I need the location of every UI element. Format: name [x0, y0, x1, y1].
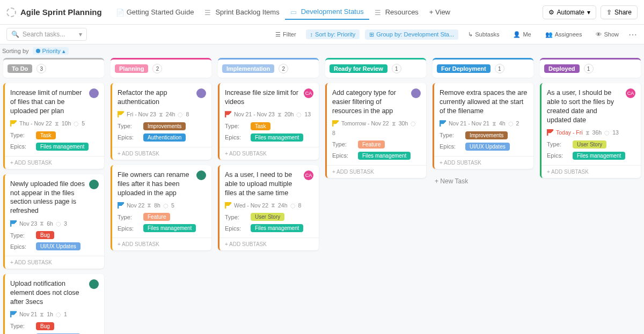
share-button[interactable]: ⇪ Share: [601, 5, 638, 19]
column-header[interactable]: Ready for Review1: [325, 58, 426, 78]
epic-tag[interactable]: Authentication: [143, 133, 186, 142]
column-header[interactable]: For Deployment1: [433, 58, 533, 78]
task-card[interactable]: Refactor the app authentication Fri - No…: [111, 83, 211, 160]
priority-flag-icon[interactable]: [440, 120, 446, 127]
type-tag[interactable]: Task: [251, 122, 270, 130]
chevron-down-icon: ▾: [79, 31, 82, 38]
priority-flag-icon[interactable]: [118, 111, 124, 117]
avatar[interactable]: CA: [304, 88, 313, 98]
avatar[interactable]: [89, 279, 99, 289]
epic-tag[interactable]: UI/UX Updates: [36, 242, 80, 250]
subtask-icon: ◌: [411, 120, 416, 127]
tab-development-status[interactable]: ▭ Development Status: [285, 4, 369, 20]
priority-flag-icon[interactable]: [547, 129, 553, 136]
type-tag[interactable]: Feature: [358, 140, 385, 149]
add-subtask-button[interactable]: + ADD SUBTASK: [434, 156, 533, 169]
add-subtask-button[interactable]: + ADD SUBTASK: [541, 165, 641, 178]
column-header[interactable]: Planning2: [111, 58, 211, 78]
type-tag[interactable]: Task: [36, 131, 56, 139]
type-tag[interactable]: User Story: [573, 140, 606, 149]
tab-resources[interactable]: ☰ Resources: [369, 5, 424, 19]
type-tag[interactable]: Improvements: [465, 131, 508, 139]
field-label: Type:: [118, 123, 138, 129]
priority-flag-icon[interactable]: [10, 311, 17, 317]
type-tag[interactable]: User Story: [251, 213, 284, 221]
person-icon: 👤: [513, 31, 521, 38]
task-meta: Nov 23 ⧗6h ◌3: [10, 220, 99, 227]
add-subtask-button[interactable]: + ADD SUBTASK: [5, 256, 104, 269]
tab-getting-started[interactable]: 📄 Getting Started Guide: [111, 5, 200, 19]
task-date: Nov 21 - Nov 23: [234, 111, 275, 117]
task-date: Today - Fri: [556, 129, 583, 136]
epic-tag[interactable]: Files management: [251, 224, 303, 232]
sort-chip[interactable]: Priority ▴: [33, 47, 69, 55]
type-tag[interactable]: Bug: [36, 231, 54, 239]
add-subtask-button[interactable]: + ADD SUBTASK: [112, 237, 211, 250]
type-tag[interactable]: Feature: [143, 213, 170, 221]
assignees-button[interactable]: 👥Assignees: [541, 29, 587, 40]
group-button[interactable]: ⊞Group by: Development Sta...: [365, 29, 458, 40]
status-badge: To Do: [8, 64, 32, 73]
task-date: Nov 21: [19, 311, 37, 317]
status-badge: Implementation: [222, 64, 274, 73]
task-card[interactable]: Upload notification element does not clo…: [3, 274, 104, 334]
avatar[interactable]: CA: [304, 170, 313, 180]
new-task-button[interactable]: + New Task: [433, 174, 533, 188]
task-subcount: 13: [304, 111, 311, 117]
me-button[interactable]: 👤Me: [509, 29, 535, 40]
task-card[interactable]: Add category type for easier filtering o…: [325, 83, 426, 178]
epic-tag[interactable]: Files management: [36, 143, 89, 151]
avatar[interactable]: CA: [626, 88, 635, 98]
epic-tag[interactable]: Files management: [358, 152, 411, 160]
add-subtask-button[interactable]: + ADD SUBTASK: [219, 147, 319, 160]
add-subtask-button[interactable]: + ADD SUBTASK: [219, 237, 319, 250]
priority-flag-icon[interactable]: [10, 120, 17, 127]
count-badge: 2: [279, 64, 288, 73]
task-card[interactable]: Increase file size limit for videos CA N…: [218, 83, 319, 160]
priority-flag-icon[interactable]: [332, 120, 339, 127]
task-card[interactable]: Increase limit of number of files that c…: [3, 83, 104, 169]
epic-tag[interactable]: Files management: [251, 133, 303, 142]
add-subtask-button[interactable]: + ADD SUBTASK: [327, 165, 426, 178]
avatar[interactable]: [411, 88, 421, 98]
search-input[interactable]: 🔍 Search tasks... ▾: [6, 28, 87, 41]
tab-add-view[interactable]: + View: [424, 5, 456, 19]
epic-tag[interactable]: UI/UX Updates: [465, 143, 510, 151]
add-subtask-button[interactable]: + ADD SUBTASK: [112, 147, 211, 160]
more-menu[interactable]: ⋯: [628, 29, 638, 40]
column-to-do: To Do3 Increase limit of number of files…: [3, 58, 104, 334]
task-card[interactable]: Remove extra spaces the are currently al…: [433, 83, 533, 169]
task-card[interactable]: Newly uploaded file does not appear in t…: [3, 174, 104, 269]
task-card[interactable]: As a user, I need to be able to upload m…: [218, 165, 319, 251]
task-hours: 4h: [499, 120, 506, 127]
task-card[interactable]: File owners can rename files after it ha…: [111, 165, 211, 251]
task-title: As a user, I need to be able to upload m…: [225, 170, 301, 198]
priority-flag-icon[interactable]: [225, 111, 231, 117]
type-tag[interactable]: Bug: [36, 322, 54, 330]
task-card[interactable]: As a user, I should be able to sort the …: [540, 83, 641, 178]
hourglass-icon: ⧗: [392, 120, 396, 127]
avatar[interactable]: [196, 88, 206, 98]
filter-button[interactable]: ☰Filter: [271, 29, 300, 40]
avatar[interactable]: [89, 180, 99, 189]
automate-button[interactable]: ⚙ Automate ▾: [543, 5, 596, 19]
avatar[interactable]: [196, 170, 206, 180]
tab-sprint-backlog[interactable]: ☰ Sprint Backlog Items: [199, 5, 284, 19]
epics-row: Epics: Files management: [225, 133, 313, 142]
column-header[interactable]: To Do3: [3, 58, 104, 78]
add-subtask-button[interactable]: + ADD SUBTASK: [5, 156, 104, 169]
subtasks-button[interactable]: ↳Subtasks: [464, 29, 503, 40]
show-button[interactable]: 👁Show: [591, 29, 623, 39]
type-tag[interactable]: Improvements: [143, 122, 186, 130]
priority-flag-icon[interactable]: [10, 220, 17, 227]
task-hours: 8h: [154, 202, 160, 209]
priority-flag-icon[interactable]: [118, 202, 124, 209]
avatar[interactable]: [89, 88, 99, 98]
column-header[interactable]: Implementation2: [218, 58, 319, 78]
epic-tag[interactable]: Files management: [573, 152, 625, 160]
column-header[interactable]: Deployed1: [540, 58, 641, 78]
epic-tag[interactable]: Files management: [143, 224, 196, 232]
hourglass-icon: ⧗: [277, 111, 282, 118]
priority-flag-icon[interactable]: [225, 202, 231, 209]
sort-button[interactable]: ↕Sort by: Priority: [306, 29, 360, 39]
